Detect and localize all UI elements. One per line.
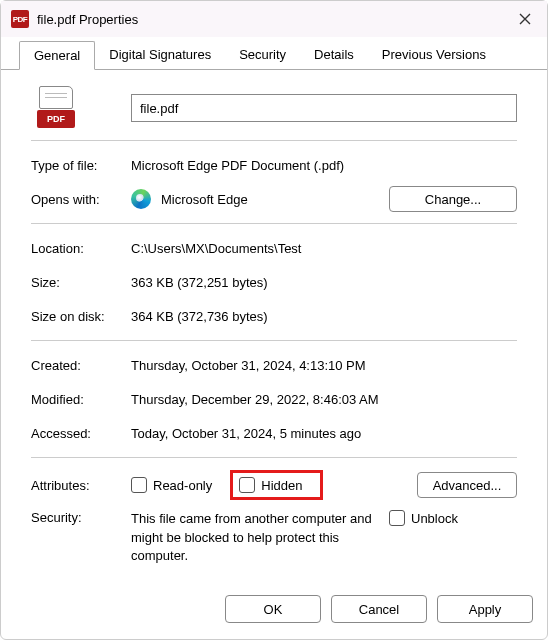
dialog-footer: OK Cancel Apply [1, 581, 547, 639]
value-size-on-disk: 364 KB (372,736 bytes) [131, 309, 517, 324]
value-opens-with: Microsoft Edge [161, 192, 248, 207]
pdf-file-icon: PDF [11, 10, 29, 28]
tab-details[interactable]: Details [300, 41, 368, 69]
label-modified: Modified: [31, 392, 131, 407]
label-attributes: Attributes: [31, 478, 131, 493]
security-text: This file came from another computer and… [131, 510, 381, 565]
advanced-button[interactable]: Advanced... [417, 472, 517, 498]
readonly-label: Read-only [153, 478, 212, 493]
hidden-checkbox[interactable] [239, 477, 255, 493]
value-created: Thursday, October 31, 2024, 4:13:10 PM [131, 358, 517, 373]
close-icon[interactable] [513, 7, 537, 31]
edge-icon [131, 189, 151, 209]
value-modified: Thursday, December 29, 2022, 8:46:03 AM [131, 392, 517, 407]
tab-digital-signatures[interactable]: Digital Signatures [95, 41, 225, 69]
tab-content: PDF Type of file: Microsoft Edge PDF Doc… [1, 70, 547, 581]
readonly-checkbox[interactable] [131, 477, 147, 493]
label-created: Created: [31, 358, 131, 373]
hidden-highlight: Hidden [230, 470, 323, 500]
label-accessed: Accessed: [31, 426, 131, 441]
label-size-on-disk: Size on disk: [31, 309, 131, 324]
pdf-icon-label: PDF [13, 15, 28, 24]
tab-strip: General Digital Signatures Security Deta… [1, 41, 547, 70]
label-location: Location: [31, 241, 131, 256]
unblock-label: Unblock [411, 511, 458, 526]
label-security: Security: [31, 510, 131, 525]
titlebar: PDF file.pdf Properties [1, 1, 547, 37]
value-type-of-file: Microsoft Edge PDF Document (.pdf) [131, 158, 517, 173]
label-size: Size: [31, 275, 131, 290]
tab-previous-versions[interactable]: Previous Versions [368, 41, 500, 69]
label-opens-with: Opens with: [31, 192, 131, 207]
document-pdf-icon: PDF [37, 86, 75, 130]
value-accessed: Today, October 31, 2024, 5 minutes ago [131, 426, 517, 441]
change-button[interactable]: Change... [389, 186, 517, 212]
ok-button[interactable]: OK [225, 595, 321, 623]
label-type-of-file: Type of file: [31, 158, 131, 173]
tab-general[interactable]: General [19, 41, 95, 70]
window-title: file.pdf Properties [37, 12, 513, 27]
properties-window: PDF file.pdf Properties General Digital … [0, 0, 548, 640]
value-size: 363 KB (372,251 bytes) [131, 275, 517, 290]
cancel-button[interactable]: Cancel [331, 595, 427, 623]
value-location: C:\Users\MX\Documents\Test [131, 241, 517, 256]
apply-button[interactable]: Apply [437, 595, 533, 623]
filename-input[interactable] [131, 94, 517, 122]
hidden-label: Hidden [261, 478, 302, 493]
tab-security[interactable]: Security [225, 41, 300, 69]
unblock-checkbox[interactable] [389, 510, 405, 526]
